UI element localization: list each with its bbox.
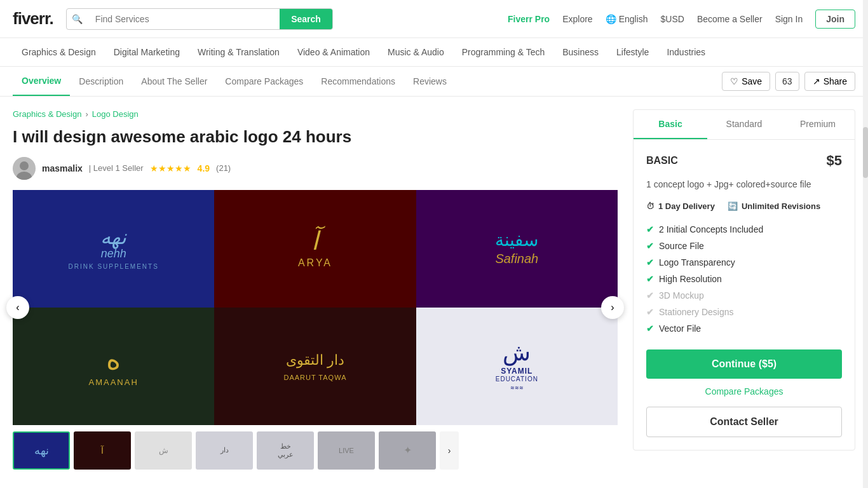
thumb-3[interactable]: ش	[135, 431, 192, 470]
seller-level: | Level 1 Seller	[89, 163, 144, 173]
tab-compare-packages[interactable]: Compare Packages	[216, 67, 312, 95]
tab-basic[interactable]: Basic	[634, 110, 707, 139]
feature-item: ✔ Vector File	[646, 320, 842, 337]
review-count: (21)	[216, 163, 231, 173]
search-button[interactable]: Search	[280, 9, 332, 29]
category-nav: Graphics & Design Digital Marketing Writ…	[0, 38, 868, 67]
compare-packages-link[interactable]: Compare Packages	[646, 386, 842, 396]
gallery: ‹ نهه nehh DRINK SUPPLEMENTS آ ARYA	[13, 190, 618, 425]
check-icon: ✔	[646, 274, 654, 284]
feature-label: Vector File	[659, 323, 701, 334]
seller-name[interactable]: masmalix	[42, 163, 83, 173]
join-button[interactable]: Join	[815, 10, 855, 29]
feature-label-disabled: 3D Mockup	[659, 290, 704, 301]
gallery-cell-3: سفينة Safinah	[416, 190, 618, 308]
thumb-2[interactable]: آ	[74, 431, 131, 470]
cat-programming[interactable]: Programming & Tech	[453, 38, 553, 66]
language-link[interactable]: 🌐 English	[606, 14, 648, 24]
scrollbar-thumb[interactable]	[863, 127, 868, 178]
check-icon: ✔	[646, 241, 654, 251]
cat-lifestyle[interactable]: Lifestyle	[607, 38, 658, 66]
gig-title: I will design awesome arabic logo 24 hou…	[13, 126, 618, 148]
feature-label: High Resolution	[659, 274, 722, 284]
gig-content: Graphics & Design › Logo Design I will d…	[13, 109, 618, 470]
thumb-7[interactable]: ✦	[379, 431, 436, 470]
gallery-cell-4: ه AMAANAH	[13, 308, 214, 425]
tab-overview[interactable]: Overview	[13, 67, 70, 96]
thumb-4[interactable]: دار	[196, 431, 253, 470]
avatar-image	[13, 157, 36, 180]
heart-icon: ♡	[730, 76, 738, 86]
feature-label-disabled: Stationery Designs	[659, 307, 734, 317]
breadcrumb-child[interactable]: Logo Design	[92, 109, 139, 119]
cat-music[interactable]: Music & Audio	[379, 38, 453, 66]
feature-item: ✔ 3D Mockup	[646, 287, 842, 304]
share-button[interactable]: ↗ Share	[804, 72, 855, 91]
tab-standard[interactable]: Standard	[707, 110, 781, 139]
thumbnails-next-button[interactable]: ›	[440, 431, 459, 470]
package-tabs: Basic Standard Premium	[634, 110, 855, 140]
breadcrumb-parent[interactable]: Graphics & Design	[13, 109, 81, 119]
contact-seller-button[interactable]: Contact Seller	[646, 407, 842, 437]
become-seller-link[interactable]: Become a Seller	[697, 14, 763, 24]
scrollbar[interactable]	[863, 0, 868, 482]
main-content: Graphics & Design › Logo Design I will d…	[0, 97, 868, 482]
revisions-label: Unlimited Revisions	[742, 201, 820, 211]
package-header: BASIC $5	[646, 152, 842, 169]
tab-recommendations[interactable]: Recommendations	[312, 67, 404, 95]
sign-in-link[interactable]: Sign In	[775, 14, 803, 24]
cat-video[interactable]: Video & Animation	[288, 38, 379, 66]
share-icon: ↗	[813, 76, 820, 86]
explore-link[interactable]: Explore	[562, 14, 592, 24]
cat-digital-marketing[interactable]: Digital Marketing	[105, 38, 189, 66]
feature-label: Source File	[659, 241, 704, 251]
logo-dot: .	[50, 9, 53, 28]
avatar	[13, 157, 36, 180]
package-description: 1 concept logo + Jpg+ colored+source fil…	[646, 178, 842, 191]
search-input[interactable]	[88, 9, 280, 29]
fiverr-pro-link[interactable]: Fiverr Pro	[508, 14, 550, 24]
cat-graphics[interactable]: Graphics & Design	[13, 38, 105, 66]
save-count: 63	[775, 72, 799, 91]
currency-link[interactable]: $USD	[661, 14, 684, 24]
thumb-1[interactable]: نهه	[13, 431, 70, 470]
tab-premium[interactable]: Premium	[781, 110, 855, 139]
features-list: ✔ 2 Initial Concepts Included ✔ Source F…	[646, 221, 842, 337]
save-button[interactable]: ♡ Save	[722, 72, 770, 91]
check-icon: ✔	[646, 224, 654, 234]
delivery-info: ⏱ 1 Day Delivery	[646, 201, 715, 211]
revisions-info: 🔄 Unlimited Revisions	[728, 201, 820, 211]
globe-icon: 🌐	[606, 14, 616, 24]
cat-writing[interactable]: Writing & Translation	[189, 38, 288, 66]
check-icon-disabled: ✔	[646, 307, 654, 317]
package-price: $5	[827, 152, 842, 169]
thumb-5[interactable]: خطعربي	[257, 431, 314, 470]
svg-point-1	[20, 161, 29, 170]
tab-about-seller[interactable]: About The Seller	[132, 67, 216, 95]
continue-button[interactable]: Continue ($5)	[646, 349, 842, 379]
breadcrumb-separator: ›	[85, 109, 88, 119]
feature-item: ✔ Source File	[646, 238, 842, 254]
cat-business[interactable]: Business	[553, 38, 607, 66]
tab-description[interactable]: Description	[70, 67, 132, 95]
package-body: BASIC $5 1 concept logo + Jpg+ colored+s…	[634, 140, 855, 450]
cat-industries[interactable]: Industries	[658, 38, 714, 66]
share-label: Share	[824, 76, 847, 86]
tab-actions: ♡ Save 63 ↗ Share	[722, 72, 855, 91]
thumb-6[interactable]: LIVE	[318, 431, 375, 470]
gallery-grid: نهه nehh DRINK SUPPLEMENTS آ ARYA سفينة	[13, 190, 618, 425]
star-rating: ★★★★★	[150, 163, 191, 173]
gallery-cell-6: ش SYAMIL EDUCATION ≋≋≋	[416, 308, 618, 425]
package-card: Basic Standard Premium BASIC $5 1 concep…	[633, 109, 855, 451]
gallery-cell-5: دار التقوى DAARUT TAQWA	[214, 308, 416, 425]
breadcrumb: Graphics & Design › Logo Design	[13, 109, 618, 119]
clock-icon: ⏱	[646, 201, 654, 211]
gallery-prev-button[interactable]: ‹	[6, 296, 29, 319]
tab-reviews[interactable]: Reviews	[404, 67, 456, 95]
gallery-next-button[interactable]: ›	[601, 296, 624, 319]
seller-info: masmalix | Level 1 Seller ★★★★★ 4.9 (21)	[13, 157, 618, 180]
feature-item: ✔ 2 Initial Concepts Included	[646, 221, 842, 238]
feature-item: ✔ High Resolution	[646, 271, 842, 287]
search-icon: 🔍	[67, 9, 88, 29]
header-nav: Fiverr Pro Explore 🌐 English $USD Become…	[508, 10, 855, 29]
